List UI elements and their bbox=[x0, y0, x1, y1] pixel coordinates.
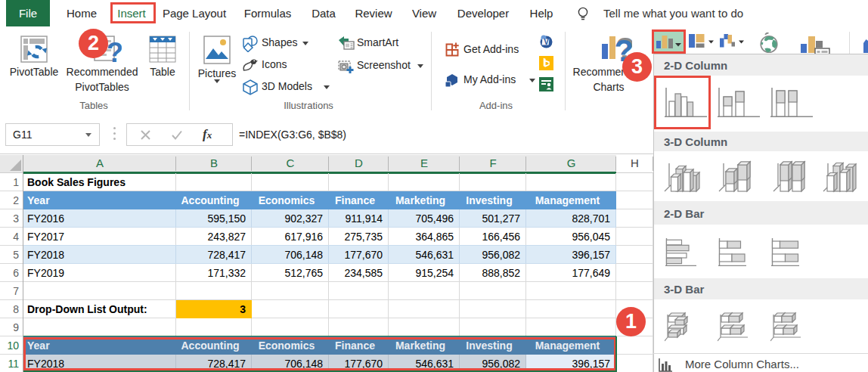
svg-text:V: V bbox=[544, 38, 549, 46]
svg-text:?: ? bbox=[107, 37, 122, 65]
